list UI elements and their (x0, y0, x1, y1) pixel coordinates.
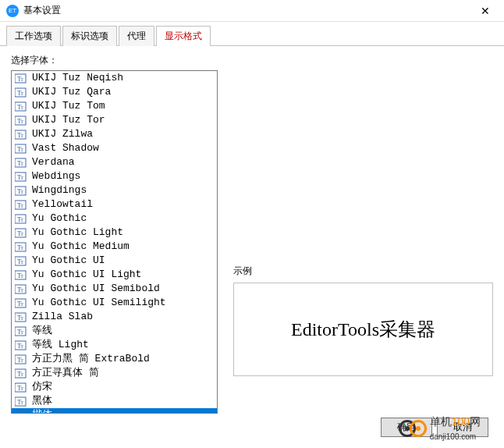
truetype-icon: TT (15, 340, 27, 350)
truetype-icon: TT (15, 382, 27, 393)
svg-text:T: T (20, 400, 24, 406)
svg-text:T: T (20, 119, 24, 125)
font-item[interactable]: TTWingdings (12, 183, 217, 197)
font-name: Yu Gothic Medium (32, 240, 130, 253)
truetype-icon: TT (15, 87, 27, 98)
font-item[interactable]: TTUKIJ Tuz Tor (12, 113, 217, 127)
svg-text:T: T (17, 412, 22, 414)
svg-text:T: T (20, 372, 24, 378)
font-item[interactable]: TTYu Gothic UI Semilight (12, 296, 217, 310)
truetype-icon: TT (15, 73, 27, 84)
preview-text: EditorTools采集器 (291, 317, 435, 342)
font-name: 仿宋 (32, 381, 52, 393)
truetype-icon: TT (15, 143, 27, 154)
svg-text:T: T (20, 105, 24, 111)
svg-text:T: T (20, 161, 24, 167)
font-name: Yu Gothic Light (32, 226, 123, 239)
window-title: 基本设置 (23, 4, 473, 17)
tab-bar: 工作选项标识选项代理显示格式 (0, 22, 504, 46)
svg-text:T: T (20, 175, 24, 181)
cancel-button[interactable]: 取消 (437, 418, 488, 437)
tab-显示格式[interactable]: 显示格式 (156, 26, 211, 46)
font-name: 方正力黑 简 ExtraBold (32, 353, 150, 365)
truetype-icon: TT (15, 410, 27, 414)
svg-text:T: T (20, 189, 24, 195)
font-name: UKIJ Tuz Tom (32, 100, 105, 112)
svg-text:T: T (20, 203, 24, 209)
truetype-icon: TT (15, 325, 27, 336)
svg-text:T: T (20, 329, 24, 336)
truetype-icon: TT (15, 199, 27, 210)
font-name: UKIJ Zilwa (32, 128, 93, 140)
font-item[interactable]: TTYu Gothic UI (12, 254, 217, 268)
font-item[interactable]: TTYellowtail (12, 197, 217, 212)
font-name: 楷体 (32, 409, 52, 414)
font-item[interactable]: TTUKIJ Tuz Tom (12, 99, 217, 113)
font-name: 方正寻真体 简 (32, 367, 99, 379)
svg-text:T: T (20, 301, 24, 308)
font-listbox[interactable]: TTUKIJ Tuz NeqishTTUKIJ Tuz QaraTTUKIJ T… (11, 70, 218, 414)
content-area: 选择字体： TTUKIJ Tuz NeqishTTUKIJ Tuz QaraTT… (0, 46, 504, 421)
font-name: Yu Gothic (32, 212, 87, 225)
font-name: Webdings (32, 170, 80, 183)
font-item[interactable]: TT仿宋 (12, 380, 217, 394)
svg-text:T: T (20, 273, 24, 279)
font-label: 选择字体： (11, 54, 218, 67)
font-item[interactable]: TTVast Shadow (12, 141, 217, 155)
app-icon: ET (6, 5, 19, 17)
font-name: UKIJ Tuz Qara (32, 86, 111, 98)
tab-代理[interactable]: 代理 (119, 26, 154, 46)
font-name: UKIJ Tuz Neqish (32, 72, 123, 84)
font-name: Yu Gothic UI Semibold (32, 283, 160, 295)
preview-label: 示例 (233, 265, 493, 278)
font-item[interactable]: TTUKIJ Zilwa (12, 127, 217, 141)
font-item[interactable]: TTUKIJ Tuz Qara (12, 85, 217, 99)
font-item[interactable]: TTWebdings (12, 169, 217, 183)
font-item[interactable]: TT等线 (12, 324, 217, 338)
close-button[interactable]: ✕ (473, 5, 498, 17)
font-item[interactable]: TTYu Gothic UI Light (12, 268, 217, 282)
svg-text:T: T (20, 133, 24, 139)
truetype-icon: TT (15, 213, 27, 224)
font-item[interactable]: TT等线 Light (12, 338, 217, 352)
font-item[interactable]: TT黑体 (12, 394, 217, 408)
truetype-icon: TT (15, 269, 27, 280)
truetype-icon: TT (15, 283, 27, 294)
truetype-icon: TT (15, 227, 27, 238)
font-name: Yu Gothic UI (32, 254, 105, 267)
preview-column: 示例 EditorTools采集器 (233, 54, 493, 414)
ok-button[interactable]: 确定 (381, 418, 432, 437)
font-item[interactable]: TTUKIJ Tuz Neqish (12, 71, 217, 85)
font-item[interactable]: TTYu Gothic (12, 212, 217, 226)
titlebar: ET 基本设置 ✕ (0, 0, 504, 22)
svg-text:T: T (20, 357, 24, 364)
truetype-icon: TT (15, 255, 27, 266)
tab-标识选项[interactable]: 标识选项 (62, 26, 117, 46)
svg-text:T: T (20, 245, 24, 251)
font-name: Zilla Slab (32, 311, 93, 323)
truetype-icon: TT (15, 311, 27, 322)
font-item[interactable]: TTZilla Slab (12, 310, 217, 324)
font-item[interactable]: TTVerdana (12, 155, 217, 169)
font-item[interactable]: TT方正力黑 简 ExtraBold (12, 352, 217, 366)
truetype-icon: TT (15, 368, 27, 379)
font-name: 等线 Light (32, 339, 89, 351)
svg-text:T: T (20, 147, 24, 153)
font-item[interactable]: TT楷体 (12, 408, 217, 414)
font-item[interactable]: TTYu Gothic UI Semibold (12, 282, 217, 296)
font-name: 黑体 (32, 395, 52, 407)
svg-text:T: T (20, 315, 24, 322)
font-item[interactable]: TTYu Gothic Light (12, 226, 217, 240)
font-item[interactable]: TT方正寻真体 简 (12, 366, 217, 380)
font-name: UKIJ Tuz Tor (32, 114, 105, 126)
font-name: 等线 (32, 325, 52, 337)
svg-text:T: T (20, 259, 24, 265)
font-column: 选择字体： TTUKIJ Tuz NeqishTTUKIJ Tuz QaraTT… (11, 54, 218, 414)
truetype-icon: TT (15, 185, 27, 196)
tab-工作选项[interactable]: 工作选项 (6, 26, 61, 46)
font-name: Wingdings (32, 184, 87, 197)
svg-text:T: T (20, 217, 24, 223)
font-item[interactable]: TTYu Gothic Medium (12, 240, 217, 254)
font-name: Yellowtail (32, 198, 93, 211)
svg-text:T: T (20, 231, 24, 237)
